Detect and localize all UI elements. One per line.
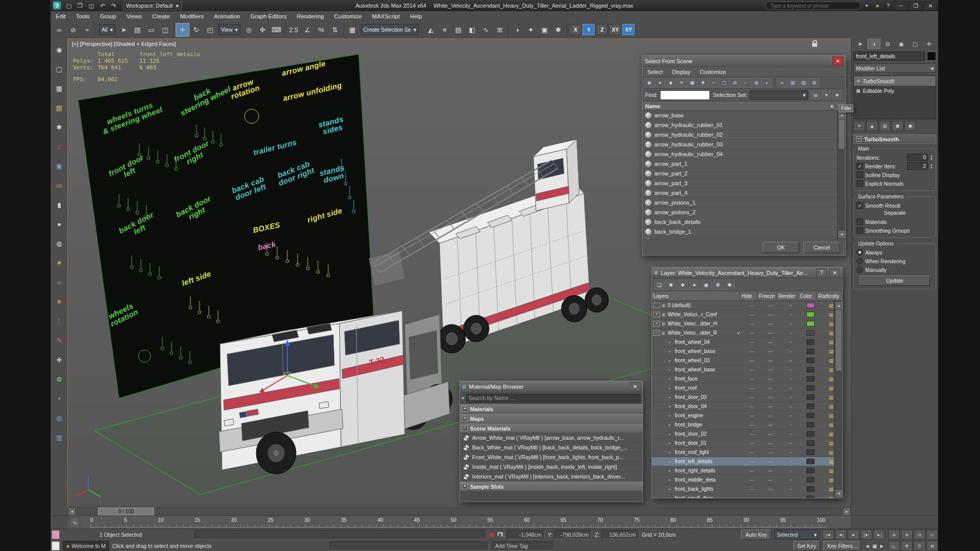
layer-color-swatch[interactable] bbox=[806, 394, 815, 400]
curve-editor-icon[interactable]: ∿ bbox=[479, 23, 493, 37]
layer-manager-icon[interactable]: ▤ bbox=[451, 23, 465, 37]
material-item[interactable]: Front_White_mat ( VRayMtl ) [front_back_… bbox=[460, 453, 643, 462]
layer-row[interactable]: ▪ front_engine — — ▫ ▤ bbox=[652, 411, 842, 420]
expand-toggle-icon[interactable]: + bbox=[653, 321, 660, 327]
keyboard-override-icon[interactable]: ⌨ bbox=[270, 23, 283, 37]
display-helpers-icon[interactable]: ✚ bbox=[698, 78, 708, 88]
freeze-toggle[interactable]: — bbox=[761, 441, 780, 446]
layer-row[interactable]: ▪ front_roof_light — — ▫ ▤ bbox=[652, 448, 842, 457]
favorites-star-icon[interactable]: ★ bbox=[873, 1, 882, 10]
always-radio[interactable] bbox=[856, 249, 863, 256]
named-selection-dropdown[interactable]: Create Selection Se ▾ bbox=[361, 24, 419, 35]
axis-z-button[interactable]: Z bbox=[596, 24, 608, 35]
materials-checkbox[interactable] bbox=[856, 218, 863, 225]
prev-frame-icon[interactable]: ◄| bbox=[835, 530, 847, 540]
display-shapes-icon[interactable]: ◆ bbox=[666, 78, 676, 88]
help-icon[interactable]: ? bbox=[884, 1, 893, 10]
sun-icon[interactable]: ✳ bbox=[53, 296, 65, 308]
find-input[interactable] bbox=[660, 90, 710, 100]
search-go-icon[interactable]: ▾ bbox=[862, 1, 871, 10]
hide-toggle[interactable]: — bbox=[743, 331, 761, 336]
graphite-ribbon-icon[interactable]: ◧ bbox=[465, 23, 479, 37]
spinner-snap-icon[interactable]: ⇅ bbox=[328, 23, 342, 37]
smooth-result-checkbox[interactable]: ✓ bbox=[856, 202, 863, 209]
freeze-toggle[interactable]: — bbox=[761, 377, 780, 382]
cube-icon[interactable]: ▣ bbox=[53, 160, 65, 172]
expand-toggle-icon[interactable] bbox=[653, 303, 660, 308]
render-toggle[interactable]: ▫ bbox=[780, 303, 801, 308]
scene-object-row[interactable]: arrow_part_1 bbox=[643, 159, 845, 169]
infocenter-search-input[interactable] bbox=[766, 2, 861, 10]
chart-icon[interactable]: ▥ bbox=[53, 432, 65, 443]
scene-object-row[interactable]: back_back_details bbox=[643, 217, 845, 227]
next-frame-icon[interactable]: |► bbox=[861, 530, 872, 540]
bind-to-space-warp-icon[interactable]: ≈ bbox=[80, 23, 94, 37]
layer-row[interactable]: ▪ front_wheel_base — — ▫ ▤ bbox=[652, 365, 842, 374]
light-icon[interactable]: ☀ bbox=[53, 257, 65, 269]
scroll-down-icon[interactable]: ▼ bbox=[838, 230, 845, 239]
grid-icon[interactable]: ▦ bbox=[53, 83, 65, 94]
freeze-toggle[interactable]: — bbox=[761, 413, 780, 418]
column-header[interactable]: Hide bbox=[740, 291, 757, 300]
freeze-toggle[interactable]: — bbox=[761, 432, 780, 437]
layer-row[interactable]: ▪ front_wheel_04 — — ▫ ▤ bbox=[652, 338, 842, 347]
modifier-stack-row[interactable]: ☀ TurboSmooth bbox=[854, 76, 936, 86]
scene-object-row[interactable]: back_bridge_1 bbox=[643, 227, 845, 237]
modify-tab-icon[interactable]: ◑ bbox=[867, 39, 880, 49]
angle-snap-icon[interactable]: ∠ bbox=[301, 23, 314, 37]
freeze-layer-icon[interactable]: ✻ bbox=[713, 280, 723, 290]
menu-item[interactable]: Tools bbox=[71, 11, 95, 21]
monitor-icon[interactable]: ▢ bbox=[53, 63, 65, 75]
freeze-toggle[interactable]: — bbox=[761, 349, 780, 354]
axis-xy2-button[interactable]: XY bbox=[622, 24, 634, 35]
display-containers-icon[interactable]: ◍ bbox=[751, 78, 762, 88]
render-toggle[interactable]: ▫ bbox=[780, 404, 801, 409]
object-name-field[interactable]: front_left_details bbox=[853, 52, 925, 61]
axis-y-button[interactable]: Y bbox=[582, 24, 595, 35]
freeze-toggle[interactable]: — bbox=[761, 422, 780, 428]
x-coordinate-field[interactable]: -1,048cm bbox=[507, 530, 545, 539]
filter-icon[interactable]: ▼ bbox=[821, 90, 831, 99]
zoom-all-icon[interactable]: ⊛ bbox=[901, 530, 913, 540]
layer-color-swatch[interactable] bbox=[806, 358, 815, 363]
layer-color-swatch[interactable] bbox=[806, 367, 815, 372]
material-editor-icon[interactable]: ◑ bbox=[510, 23, 524, 37]
render-toggle[interactable]: ▫ bbox=[780, 459, 801, 464]
key-selection-dropdown[interactable]: Selected ▾ bbox=[774, 530, 819, 540]
viewport-label[interactable]: [+] [Perspective] [Shaded + Edged Faces] bbox=[72, 41, 176, 47]
layer-color-swatch[interactable] bbox=[806, 422, 815, 428]
smoothing-groups-checkbox[interactable] bbox=[856, 227, 863, 234]
hide-toggle[interactable]: — bbox=[743, 422, 761, 428]
axis-xy-button[interactable]: XY bbox=[609, 24, 621, 35]
freeze-toggle[interactable]: — bbox=[761, 312, 780, 317]
close-icon[interactable]: ✕ bbox=[630, 382, 641, 391]
scene-object-row[interactable]: arrow_hydraulic_rubber_03 bbox=[643, 140, 845, 149]
y-coordinate-field[interactable]: -798,039cm bbox=[554, 530, 592, 539]
restore-button[interactable]: ❐ bbox=[909, 1, 922, 11]
render-iters-spinner[interactable]: ▲▼ bbox=[930, 163, 933, 169]
adaptive-degradation-icon[interactable] bbox=[489, 533, 494, 537]
hide-toggle[interactable]: — bbox=[743, 312, 761, 317]
layer-color-swatch[interactable] bbox=[806, 312, 815, 317]
pan-icon[interactable]: ✥ bbox=[901, 541, 913, 551]
camera-icon[interactable]: ◉ bbox=[53, 44, 65, 56]
maps-section-bar[interactable]: + Maps bbox=[460, 414, 643, 423]
play-icon[interactable]: ► bbox=[848, 530, 860, 540]
display-all-icon[interactable]: ◉ bbox=[644, 78, 654, 88]
layer-color-swatch[interactable] bbox=[806, 459, 815, 464]
layer-props-icon[interactable]: ✱ bbox=[724, 280, 735, 290]
make-unique-icon[interactable]: ⊞ bbox=[879, 121, 891, 131]
freeze-toggle[interactable]: — bbox=[761, 468, 780, 473]
layer-color-swatch[interactable] bbox=[806, 303, 815, 308]
layer-row[interactable]: ▪ front_bridge — — ▫ ▤ bbox=[652, 420, 842, 430]
scene-object-row[interactable]: arrow_part_2 bbox=[643, 169, 845, 179]
material-item[interactable]: Interiors_mat ( VRayMtl ) [interiors_bac… bbox=[460, 472, 643, 482]
scene-object-row[interactable]: arrow_hydraulic_rubber_01 bbox=[643, 120, 845, 130]
layer-row[interactable]: ▪ front_middle_deta — — ▫ ▤ bbox=[652, 475, 842, 485]
menu-item[interactable]: MAXScript bbox=[367, 11, 405, 21]
hide-toggle[interactable]: — bbox=[743, 349, 761, 354]
freeze-toggle[interactable]: — bbox=[761, 487, 780, 492]
object-color-swatch[interactable] bbox=[927, 52, 936, 61]
layer-color-swatch[interactable] bbox=[806, 495, 815, 498]
layer-row[interactable]: ▪ front_door_01 — — ▫ ▤ bbox=[652, 439, 842, 448]
